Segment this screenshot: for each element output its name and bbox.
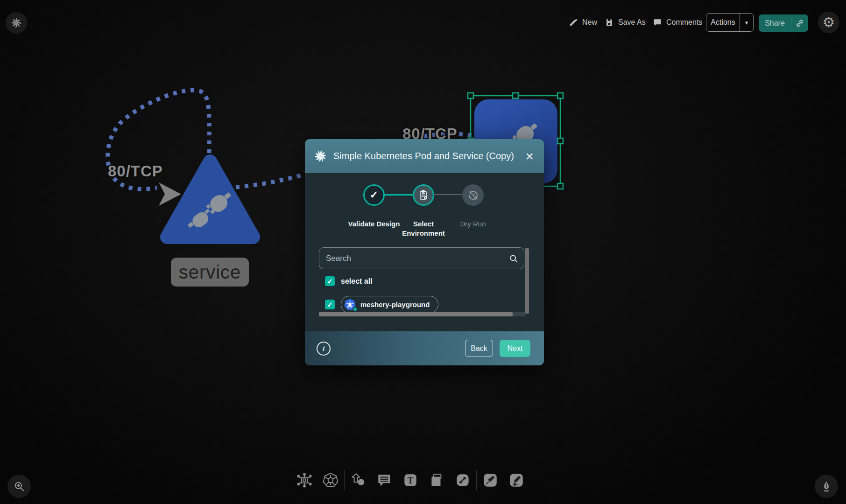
sketch-tool-button[interactable] — [503, 467, 529, 493]
shapes-tool-button[interactable] — [345, 467, 371, 493]
actions-dropdown[interactable]: Actions ▾ — [706, 13, 754, 32]
environment-checkbox[interactable]: ✓ — [325, 300, 335, 309]
note-tool-button[interactable] — [423, 467, 450, 493]
zoom-button[interactable] — [7, 475, 31, 498]
save-icon — [605, 18, 614, 27]
modal-footer: i Back Next — [305, 331, 544, 365]
pen-tool-button[interactable] — [477, 467, 503, 493]
step-select-environment-label: Select Environment — [396, 219, 451, 238]
comment-icon — [653, 18, 662, 27]
close-icon[interactable]: × — [524, 149, 535, 163]
environment-row: ✓ meshery-playground — [325, 296, 438, 313]
select-all-row: ✓ select all — [325, 276, 373, 286]
horizontal-scrollbar[interactable] — [319, 312, 525, 316]
meshery-design-canvas: { "icons": { "close": "×", "caret": "▾",… — [0, 0, 846, 504]
service-node-label: service — [171, 258, 249, 287]
step-dry-run-circle — [462, 184, 484, 206]
environment-chip[interactable]: meshery-playground — [341, 296, 438, 313]
pen-mode-button[interactable] — [815, 475, 838, 498]
next-button[interactable]: Next — [500, 340, 530, 357]
step-dry-run-label: Dry Run — [446, 219, 500, 229]
copy-link-icon[interactable] — [791, 19, 808, 28]
pen-nib-icon — [820, 480, 832, 492]
zoom-in-icon — [13, 480, 25, 492]
toolbar-divider — [344, 470, 345, 490]
pen-tool-icon — [482, 472, 499, 489]
component-icon — [296, 472, 313, 489]
new-button[interactable]: New — [569, 18, 597, 27]
info-icon[interactable]: i — [317, 342, 331, 356]
kubernetes-tool-button[interactable] — [317, 467, 344, 493]
toolbar-divider — [476, 470, 477, 490]
horizontal-scrollbar-thumb[interactable] — [319, 312, 513, 316]
component-tool-button[interactable] — [291, 467, 317, 493]
comment-tool-button[interactable] — [371, 467, 397, 493]
dry-run-icon — [467, 189, 479, 201]
back-button[interactable]: Back — [465, 340, 493, 357]
step-validate-design-circle[interactable]: ✓ — [363, 184, 385, 206]
modal-title: Simple Kubernetes Pod and Service (Copy) — [333, 151, 524, 161]
comment-icon — [376, 472, 393, 489]
note-icon — [428, 472, 445, 489]
gear-icon: ⚙ — [823, 15, 835, 29]
environment-search — [319, 247, 524, 269]
step-validate-design-label: Validate Design — [347, 219, 401, 229]
pencil-icon — [569, 18, 578, 27]
sketch-icon — [508, 472, 525, 489]
stepper-connector-pending — [434, 194, 462, 195]
edge-port-label: 80/TCP — [108, 162, 163, 180]
share-button[interactable]: Share — [759, 14, 808, 32]
actions-label: Actions — [706, 18, 740, 27]
text-tool-button[interactable]: T — [397, 467, 423, 493]
modal-header: Simple Kubernetes Pod and Service (Copy)… — [305, 139, 544, 173]
meshery-logo-icon — [314, 150, 327, 162]
stepper-connector-done — [385, 194, 413, 196]
app-menu-button[interactable] — [6, 12, 27, 34]
edge-arrowhead — [159, 182, 181, 206]
comments-button[interactable]: Comments — [653, 18, 702, 27]
connection-status-dot — [352, 307, 358, 312]
chevron-down-icon[interactable]: ▾ — [740, 19, 753, 26]
search-input[interactable] — [325, 253, 509, 264]
step-select-environment-circle[interactable] — [413, 184, 434, 206]
shapes-icon — [350, 472, 367, 489]
text-tool-letter: T — [408, 476, 414, 485]
select-all-label: select all — [341, 277, 373, 286]
meshery-pinwheel-icon — [11, 17, 22, 28]
text-icon: T — [402, 472, 419, 489]
share-label: Share — [759, 19, 791, 28]
deploy-modal: Simple Kubernetes Pod and Service (Copy)… — [305, 139, 544, 365]
edge-icon — [454, 472, 471, 489]
save-as-button[interactable]: Save As — [605, 18, 646, 27]
check-icon: ✓ — [370, 189, 378, 201]
settings-button[interactable]: ⚙ — [818, 12, 839, 33]
select-all-checkbox[interactable]: ✓ — [325, 276, 335, 286]
edge-tool-button[interactable] — [450, 467, 476, 493]
service-node[interactable] — [167, 161, 253, 237]
clipboard-gear-icon — [418, 189, 429, 201]
canvas-toolbar: T — [291, 467, 529, 493]
environment-name: meshery-playground — [360, 301, 430, 308]
kubernetes-icon — [322, 472, 339, 489]
vertical-scrollbar[interactable] — [525, 248, 529, 314]
search-icon[interactable] — [509, 254, 518, 263]
